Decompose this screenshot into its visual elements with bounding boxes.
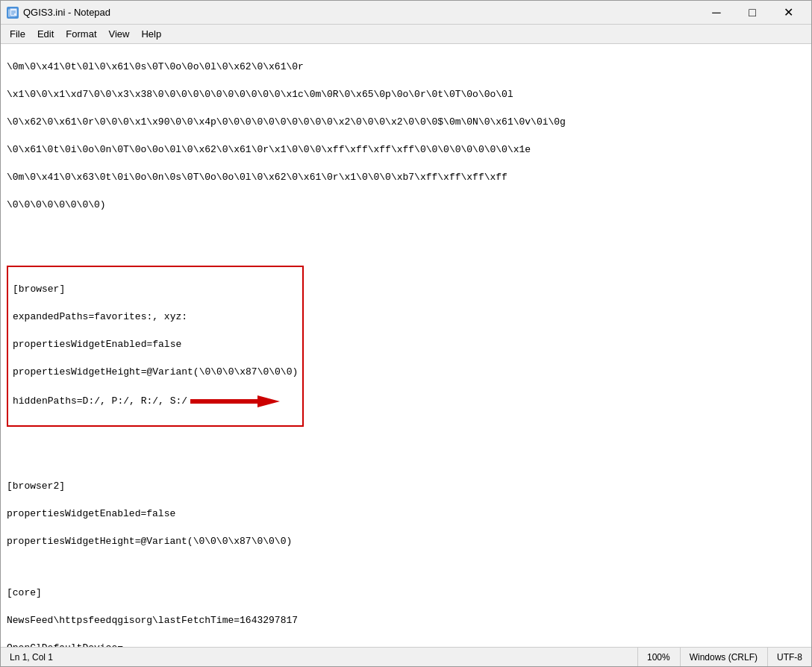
title-bar: QGIS3.ini - Notepad ─ □ ✕ [1, 1, 811, 25]
text-line: [browser] [13, 283, 298, 297]
text-line: propertiesWidgetEnabled=false [7, 507, 805, 522]
menu-help[interactable]: Help [135, 26, 167, 42]
minimize-button[interactable]: ─ [699, 1, 734, 25]
encoding: UTF-8 [767, 648, 811, 666]
text-line: NewsFeed\httpsfeedqgisorg\lastFetchTime=… [7, 614, 805, 628]
svg-marker-5 [190, 395, 280, 407]
window-title: QGIS3.ini - Notepad [23, 7, 110, 18]
section-gap [7, 563, 805, 573]
text-line: propertiesWidgetEnabled=false [13, 338, 298, 352]
text-line: [browser2] [7, 480, 805, 494]
menu-edit[interactable]: Edit [31, 26, 60, 42]
red-arrow-icon [190, 393, 280, 410]
status-bar: Ln 1, Col 1 100% Windows (CRLF) UTF-8 [1, 647, 811, 666]
text-line: \0\x62\0\x61\0r\0\0\0\x1\x90\0\0\x4p\0\0… [7, 116, 805, 130]
cursor-position: Ln 1, Col 1 [1, 648, 62, 666]
content-area: \0m\0\x41\0t\0l\0\x61\0s\0T\0o\0o\0l\0\x… [1, 44, 811, 647]
window-controls: ─ □ ✕ [699, 1, 805, 25]
text-line: \0m\0\x41\0t\0l\0\x61\0s\0T\0o\0o\0l\0\x… [7, 60, 805, 75]
text-line: [core] [7, 586, 805, 601]
text-line: \0\0\0\0\0\0\0\0) [7, 198, 805, 213]
text-line: expandedPaths=favorites:, xyz: [13, 310, 298, 325]
highlighted-block: [browser] expandedPaths=favorites:, xyz:… [7, 266, 304, 428]
title-bar-left: QGIS3.ini - Notepad [7, 7, 110, 19]
maximize-button[interactable]: □ [735, 1, 769, 25]
menu-view[interactable]: View [103, 26, 136, 42]
text-line: propertiesWidgetHeight=@Variant(\0\0\0\x… [13, 366, 298, 380]
menu-bar: File Edit Format View Help [1, 25, 811, 44]
text-line: \x1\0\0\x1\xd7\0\0\x3\x38\0\0\0\0\0\0\0\… [7, 88, 805, 102]
zoom-level: 100% [637, 648, 679, 666]
app-icon [7, 7, 19, 19]
close-button[interactable]: ✕ [771, 1, 805, 25]
section-gap [7, 456, 805, 466]
text-line: propertiesWidgetHeight=@Variant(\0\0\0\x… [7, 535, 805, 549]
text-line: OpenClDefaultDevice= [7, 642, 805, 647]
text-line: \0\x61\0t\0i\0o\0n\0T\0o\0o\0l\0\x62\0\x… [7, 143, 805, 157]
main-window: QGIS3.ini - Notepad ─ □ ✕ File Edit Form… [0, 0, 812, 667]
text-line: \0m\0\x41\0\x63\0t\0i\0o\0n\0s\0T\0o\0o\… [7, 171, 805, 185]
text-line-with-arrow: hiddenPaths=D:/, P:/, R:/, S:/ [13, 393, 298, 410]
section-gap [7, 226, 805, 237]
text-editor[interactable]: \0m\0\x41\0t\0l\0\x61\0s\0T\0o\0o\0l\0\x… [1, 44, 811, 647]
line-ending: Windows (CRLF) [680, 648, 766, 666]
menu-file[interactable]: File [4, 26, 31, 42]
menu-format[interactable]: Format [60, 26, 102, 42]
